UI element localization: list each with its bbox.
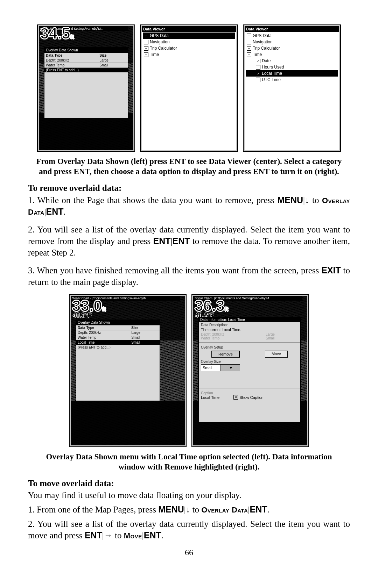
expand-icon[interactable]: +: [247, 34, 251, 38]
tree-child[interactable]: Hours Used: [246, 64, 338, 70]
table-row[interactable]: Local Time Small: [76, 340, 160, 345]
ghost-row: Water Temp Small: [199, 336, 300, 340]
page-number: 66: [28, 548, 350, 557]
add-row[interactable]: (Press ENT to add...): [44, 67, 128, 72]
step-1: 1. While on the Page that shows the data…: [28, 194, 350, 218]
remove-button[interactable]: Remove: [211, 351, 240, 358]
chevron-down-icon[interactable]: ▼: [220, 365, 240, 371]
overlay-data-panel: Overlay Data Shown Data Type Size Depth:…: [44, 47, 128, 119]
column-headers: Data Type Size: [76, 325, 160, 330]
expand-icon[interactable]: +: [144, 46, 148, 51]
expand-icon[interactable]: +: [247, 46, 251, 51]
depth-reading: 34.5ft: [40, 26, 74, 42]
panel-title: Data Information: Local Time: [199, 317, 300, 322]
temperature-reading: 48.3°F: [73, 312, 91, 319]
screenshot-overlay-data-shown: wt · [C:\Documents and Settings\van-eby\…: [37, 24, 135, 152]
expand-icon[interactable]: +: [144, 34, 148, 38]
figure-caption-mid: Overlay Data Shown menu with Local Time …: [32, 452, 346, 472]
screenshot-data-viewer-collapsed: Data Viewer + GPS Data + Navigation + Tr…: [140, 24, 238, 152]
move-step-2: 2. You will see a list of the overlay da…: [28, 518, 350, 542]
screenshot-data-information: Sonar Chart · [C:\Documents and Settings…: [191, 294, 309, 447]
tree-item[interactable]: + Navigation: [143, 39, 235, 45]
expand-icon[interactable]: +: [144, 40, 148, 44]
data-information-panel: Data Information: Local Time Data Descri…: [198, 317, 301, 423]
overlay-size-label: Overlay Size: [199, 359, 300, 364]
column-headers: Data Type Size: [44, 53, 128, 58]
caption-section-label: Caption: [199, 390, 300, 395]
panel-title: Overlay Data Shown: [76, 320, 160, 325]
table-row[interactable]: Water Temp Small: [76, 335, 160, 340]
panel-title: Data Viewer: [245, 26, 339, 32]
tree-item[interactable]: + Trip Calculator: [143, 45, 235, 51]
expand-icon[interactable]: +: [144, 52, 148, 57]
down-arrow-icon: ↓: [186, 504, 190, 514]
move-intro: You may find it useful to move data floa…: [28, 490, 350, 501]
screenshot-overlay-local-time: Sonar Chart · [C:\Documents and Settings…: [69, 294, 187, 447]
section-heading-remove: To remove overlaid data:: [28, 183, 350, 193]
ghost-row: Depth: 200kHz Large: [199, 332, 300, 336]
tree-child[interactable]: UTC Time: [246, 77, 338, 83]
section-heading-move: To move overlaid data:: [28, 479, 350, 488]
step-2: 2. You will see a list of the overlay da…: [28, 224, 350, 259]
tree: + GPS Data + Navigation + Trip Calculato…: [142, 32, 236, 58]
collapse-icon[interactable]: −: [247, 52, 251, 57]
panel-title: Data Viewer: [142, 26, 236, 32]
description-text: The current Local Time.: [199, 327, 300, 332]
add-row[interactable]: (Press ENT to add...): [76, 345, 160, 350]
show-caption-label: Show Caption: [239, 395, 264, 400]
down-arrow-icon: ↓: [305, 195, 309, 205]
move-step-1: 1. From one of the Map Pages, press MENU…: [28, 504, 350, 516]
overlay-size-dropdown[interactable]: Small ▼: [201, 364, 240, 371]
caption-value: Local Time: [201, 395, 219, 400]
top-screenshot-row: wt · [C:\Documents and Settings\van-eby\…: [28, 24, 350, 152]
figure-caption-top: From Overlay Data Shown (left) press ENT…: [32, 157, 346, 177]
tree-item[interactable]: + Time: [143, 51, 235, 58]
overlay-data-panel: Overlay Data Shown Data Type Size Depth:…: [76, 320, 160, 401]
checkbox-icon[interactable]: ✓: [256, 59, 260, 63]
checkbox-icon[interactable]: [256, 65, 260, 70]
move-button[interactable]: Move: [265, 351, 288, 358]
checkbox-icon[interactable]: ✕: [233, 395, 238, 400]
tree-child[interactable]: ✓ Date: [246, 58, 338, 64]
table-row[interactable]: Water Temp Small: [44, 63, 128, 67]
expand-icon[interactable]: +: [247, 40, 251, 44]
tree-item[interactable]: + Trip Calculator: [246, 45, 338, 51]
tree-item[interactable]: + Navigation: [246, 39, 338, 45]
panel-title: Overlay Data Shown: [44, 48, 128, 53]
mid-screenshot-row: Sonar Chart · [C:\Documents and Settings…: [28, 294, 350, 447]
description-label: Data Description:: [199, 322, 300, 327]
tree-item[interactable]: − Time: [246, 51, 338, 58]
tree: + GPS Data + Navigation + Trip Calculato…: [245, 32, 339, 84]
checkbox-icon[interactable]: [256, 78, 260, 82]
right-arrow-icon: →: [104, 530, 113, 540]
overlay-setup-label: Overlay Setup: [199, 345, 300, 349]
tree-item[interactable]: + GPS Data: [246, 33, 338, 39]
screenshot-data-viewer-expanded: Data Viewer + GPS Data + Navigation + Tr…: [243, 24, 341, 152]
step-3: 3. When you have finished removing all t…: [28, 265, 350, 288]
tree-child[interactable]: ✓ Local Time: [246, 70, 338, 77]
checkbox-icon[interactable]: ✓: [256, 71, 260, 76]
manual-page: wt · [C:\Documents and Settings\van-eby\…: [28, 0, 350, 571]
table-row[interactable]: Depth: 200kHz Large: [44, 58, 128, 63]
tree-item[interactable]: + GPS Data: [143, 33, 235, 39]
table-row[interactable]: Depth: 200kHz Large: [76, 330, 160, 335]
